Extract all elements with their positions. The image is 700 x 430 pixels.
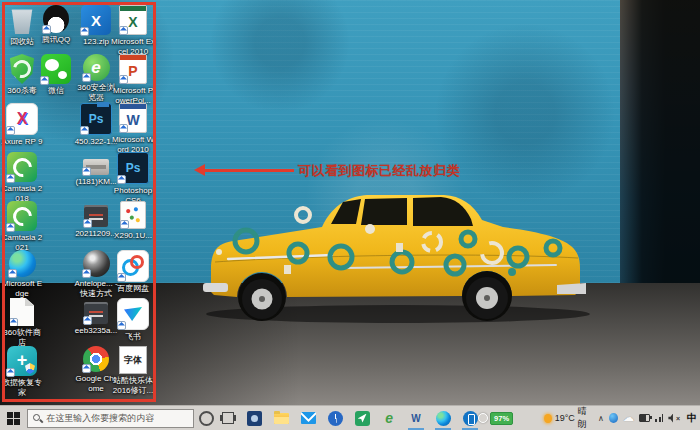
taskbar-app-word[interactable]: W xyxy=(408,410,424,426)
desktop-icon-blank-doc[interactable]: 360软件商店 xyxy=(0,298,44,347)
desktop-icon-label: 飞书 xyxy=(111,332,155,342)
sun-icon xyxy=(544,414,552,423)
desktop-icon-word[interactable]: WMicrosoft Word 2010 xyxy=(111,103,155,154)
desktop-icon-axure[interactable]: XAxure RP 9 xyxy=(0,103,44,147)
battery-percent-badge: 97% xyxy=(490,412,513,425)
shortcut-arrow-overlay xyxy=(80,126,89,135)
mail-icon xyxy=(301,412,316,424)
cortana-icon xyxy=(199,411,214,426)
taskbar-app-browser-360[interactable]: e xyxy=(381,410,397,426)
icon-glyph: W xyxy=(126,112,139,128)
browser360-icon: e xyxy=(83,54,110,81)
desktop-icon-edge[interactable]: Microsoft Edge xyxy=(0,250,44,298)
desktop-icon-wechat[interactable]: 微信 xyxy=(34,54,78,96)
desktop-icon-spec-file[interactable]: X290.1U... xyxy=(111,201,155,241)
ime-indicator[interactable]: 中 xyxy=(687,411,697,425)
tray-app-icon[interactable] xyxy=(609,413,618,423)
shortcut-arrow-overlay xyxy=(119,124,128,133)
shortcut-arrow-overlay xyxy=(119,26,128,35)
cloud-icon[interactable]: ☁ xyxy=(623,413,634,423)
shortcut-arrow-overlay xyxy=(82,269,91,278)
volume-muted-icon[interactable]: × xyxy=(668,414,680,423)
shortcut-arrow-overlay xyxy=(80,27,89,36)
shortcut-arrow-overlay xyxy=(6,368,15,377)
shortcut-arrow-overlay xyxy=(82,167,91,176)
recovery-icon: + xyxy=(7,346,37,376)
desktop-icon-feishu[interactable]: 飞书 xyxy=(111,298,155,342)
spec-file-icon xyxy=(120,201,146,229)
weather-widget[interactable]: 19°C 晴朗 xyxy=(544,405,593,430)
shield360-icon xyxy=(8,54,36,84)
shortcut-arrow-overlay xyxy=(119,75,128,84)
shortcut-arrow-overlay xyxy=(117,175,126,184)
gray-file-icon xyxy=(83,159,109,175)
cortana-button[interactable] xyxy=(194,406,217,430)
desktop-icon-label: 微信 xyxy=(34,86,78,96)
taskbar-app-photos[interactable] xyxy=(246,410,262,426)
desktop-icon-baidu-pan[interactable]: 百度网盘 xyxy=(111,250,155,294)
windows-logo-icon xyxy=(7,412,20,425)
mute-x-icon: × xyxy=(676,415,680,422)
taskbar-app-clock[interactable] xyxy=(327,410,343,426)
arrow-line xyxy=(204,169,294,172)
desktop-icon-camtasia[interactable]: Camtasia 2018 xyxy=(0,152,44,203)
ps-app-icon: Ps xyxy=(117,152,149,184)
desktop-icon-label: Microsoft Edge xyxy=(0,279,44,298)
network-icon[interactable] xyxy=(655,414,663,422)
annotation-text: 可以看到图标已经乱放归类 xyxy=(298,162,498,180)
charger-icon xyxy=(478,413,488,423)
taskbar-app-mail[interactable] xyxy=(300,410,316,426)
desktop-icon-powerpoint[interactable]: PMicrosoft PowerPoi... xyxy=(111,54,155,105)
taskbar-search[interactable]: 在这里输入你要搜索的内容 xyxy=(27,409,194,428)
taskbar-app-green-app[interactable] xyxy=(354,410,370,426)
shortcut-arrow-overlay xyxy=(6,126,15,135)
shortcut-arrow-overlay xyxy=(117,321,126,330)
shortcut-arrow-overlay xyxy=(8,269,17,278)
taskbar-app-file-explorer[interactable] xyxy=(273,410,289,426)
chrome-icon xyxy=(83,346,109,372)
battery-icon[interactable] xyxy=(639,414,650,422)
task-view-button[interactable] xyxy=(218,406,239,430)
shortcut-arrow-overlay xyxy=(82,364,91,373)
shortcut-arrow-overlay xyxy=(9,318,18,327)
shortcut-arrow-overlay xyxy=(117,273,126,282)
desktop: 回收站腾讯QQX123.zipXMicrosoft Excel 2010360杀… xyxy=(0,0,700,430)
taskbar-app-your-phone[interactable] xyxy=(462,410,478,426)
icon-glyph: Ps xyxy=(126,161,141,175)
search-icon xyxy=(33,414,41,422)
desktop-icon-font-file[interactable]: 字体站酷快乐体 2016修订... xyxy=(111,346,155,395)
recycle-icon xyxy=(7,5,37,35)
battery-widget[interactable]: 97% xyxy=(478,412,513,425)
speaker-icon xyxy=(668,414,675,423)
taskbar: 在这里输入你要搜索的内容 eW 97% 19°C 晴朗 ∧ ☁ xyxy=(0,405,700,430)
search-placeholder: 在这里输入你要搜索的内容 xyxy=(46,412,154,425)
start-button[interactable] xyxy=(0,406,27,430)
shortcut-arrow-overlay xyxy=(42,25,51,34)
feishu-icon xyxy=(117,298,149,330)
desktop-icon-label: 腾讯QQ xyxy=(34,35,78,45)
shortcut-arrow-overlay xyxy=(120,220,129,229)
desktop-icon-camtasia[interactable]: Camtasia 2021 xyxy=(0,201,44,252)
desktop-icon-label: 数据恢复专家 xyxy=(0,378,44,397)
desktop-icon-grid: 回收站腾讯QQX123.zipXMicrosoft Excel 2010360杀… xyxy=(0,0,160,400)
dark-file-icon xyxy=(84,302,108,324)
desktop-icon-label: X290.1U... xyxy=(111,231,155,241)
qq-icon xyxy=(43,5,69,33)
icon-glyph: e xyxy=(91,58,100,78)
desktop-icon-label: 百度网盘 xyxy=(111,284,155,294)
hidden-icons-chevron[interactable]: ∧ xyxy=(598,414,604,423)
lens-icon xyxy=(83,250,110,277)
taskbar-app-edge[interactable] xyxy=(435,410,451,426)
axure-icon: X xyxy=(6,103,38,135)
desktop-icon-excel[interactable]: XMicrosoft Excel 2010 xyxy=(111,5,155,56)
shortcut-arrow-overlay xyxy=(40,76,49,85)
desktop-icon-ps-app[interactable]: PsPhotoshop CS6 xyxy=(111,152,155,205)
desktop-icon-qq[interactable]: 腾讯QQ xyxy=(34,5,78,45)
desktop-icon-recovery[interactable]: +数据恢复专家 xyxy=(0,346,44,397)
shortcut-arrow-overlay xyxy=(83,316,92,325)
word-icon: W xyxy=(119,103,147,133)
desktop-icon-label: 360软件商店 xyxy=(0,328,44,347)
photos-icon xyxy=(247,411,262,426)
clock-icon xyxy=(328,411,343,426)
font-file-icon: 字体 xyxy=(119,346,147,374)
